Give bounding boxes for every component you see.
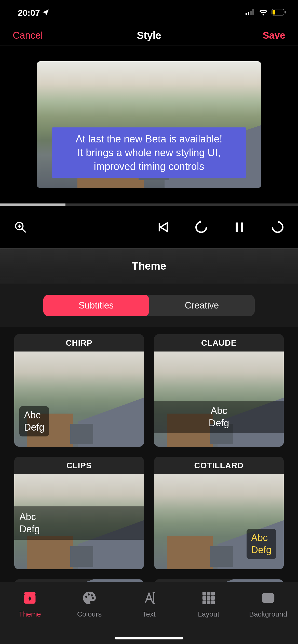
svg-rect-13 — [236, 223, 238, 232]
theme-sample-text: AbcDefg — [247, 529, 276, 559]
section-title: Theme — [0, 248, 298, 284]
playback-controls — [0, 206, 298, 248]
svg-marker-12 — [160, 223, 167, 231]
background-icon — [260, 589, 277, 607]
theme-thumbnail: AbcDefg — [14, 352, 144, 447]
svg-rect-3 — [252, 9, 254, 15]
page-title: Style — [137, 30, 161, 41]
theme-card-default[interactable]: DEFAULT — [14, 579, 144, 582]
tab-label: Theme — [19, 610, 41, 618]
svg-rect-24 — [202, 592, 206, 596]
timeline-scrubber[interactable] — [0, 203, 298, 206]
subtitle-line-2: It brings a whole new styling UI, — [60, 146, 238, 159]
svg-rect-0 — [246, 13, 247, 15]
svg-rect-6 — [273, 10, 275, 14]
grid-icon — [200, 589, 217, 607]
battery-icon — [272, 9, 286, 17]
theme-card-title: CLAUDE — [154, 334, 284, 352]
theme-mode-segmented: Subtitles Creative — [43, 295, 255, 316]
theme-list[interactable]: CHIRP AbcDefg CLAUDE AbcDefg CLIPS AbcDe… — [0, 327, 298, 582]
segment-creative[interactable]: Creative — [149, 295, 255, 316]
wifi-icon — [259, 9, 268, 17]
scrubber-progress — [0, 203, 65, 206]
theme-card-clips[interactable]: CLIPS AbcDefg — [14, 457, 144, 569]
svg-point-20 — [92, 597, 94, 599]
tab-label: Text — [142, 610, 155, 618]
subtitle-line-1: At last the new Beta is available! — [60, 132, 238, 146]
tab-label: Background — [249, 610, 287, 618]
svg-rect-31 — [207, 601, 211, 604]
theme-thumbnail: AbcDefg — [154, 474, 284, 569]
theme-card-cotillard[interactable]: COTILLARD AbcDefg — [154, 457, 284, 569]
loop-button[interactable] — [270, 219, 285, 235]
status-time: 20:07 — [18, 8, 49, 18]
svg-rect-32 — [211, 601, 215, 604]
svg-point-18 — [88, 593, 90, 596]
theme-card-title: CHIRP — [14, 334, 144, 352]
svg-rect-30 — [202, 601, 206, 604]
svg-rect-25 — [207, 592, 211, 596]
segment-subtitles[interactable]: Subtitles — [43, 295, 149, 316]
location-arrow-icon — [43, 8, 49, 18]
svg-point-17 — [85, 596, 87, 598]
svg-rect-33 — [262, 593, 274, 603]
zoom-in-button[interactable] — [13, 219, 28, 235]
svg-line-8 — [22, 229, 26, 232]
cancel-button[interactable]: Cancel — [13, 30, 43, 41]
theme-card-claude[interactable]: CLAUDE AbcDefg — [154, 334, 284, 447]
skip-to-start-button[interactable] — [155, 219, 171, 235]
svg-rect-1 — [248, 12, 249, 15]
theme-icon — [21, 589, 38, 607]
theme-sample-text: AbcDefg — [19, 406, 49, 436]
svg-rect-28 — [207, 596, 211, 600]
home-indicator[interactable] — [115, 637, 183, 639]
tab-text[interactable]: Text — [119, 582, 179, 644]
theme-thumbnail: AbcDefg — [154, 352, 284, 447]
svg-rect-14 — [241, 223, 243, 232]
theme-card-title: COTILLARD — [154, 457, 284, 474]
svg-rect-2 — [250, 11, 252, 15]
palette-icon — [81, 589, 98, 607]
text-cursor-icon — [140, 589, 158, 607]
tab-label: Layout — [198, 610, 219, 618]
nav-bar: Cancel Style Save — [0, 25, 298, 46]
theme-sample-text: AbcDefg — [14, 506, 144, 540]
svg-rect-27 — [202, 596, 206, 600]
cellular-icon — [246, 9, 255, 16]
clock-text: 20:07 — [18, 8, 40, 18]
replay-button[interactable] — [194, 219, 209, 235]
theme-card-huppert[interactable]: HUPPERT — [154, 579, 284, 582]
theme-card-title: CLIPS — [14, 457, 144, 474]
svg-rect-5 — [285, 11, 286, 13]
pause-button[interactable] — [232, 219, 247, 235]
tab-colours[interactable]: Colours — [60, 582, 119, 644]
svg-rect-26 — [211, 592, 215, 596]
tab-layout[interactable]: Layout — [179, 582, 238, 644]
status-bar: 20:07 — [0, 0, 298, 25]
svg-rect-16 — [24, 592, 36, 595]
subtitle-line-3: improved timing controls — [60, 159, 238, 173]
theme-sample-text: AbcDefg — [154, 401, 284, 433]
tab-label: Colours — [77, 610, 102, 618]
theme-card-chirp[interactable]: CHIRP AbcDefg — [14, 334, 144, 447]
save-button[interactable]: Save — [263, 30, 285, 41]
video-frame: At last the new Beta is available! It br… — [37, 61, 261, 188]
svg-point-19 — [91, 594, 93, 597]
tab-theme[interactable]: Theme — [0, 582, 60, 644]
video-preview[interactable]: At last the new Beta is available! It br… — [0, 46, 298, 203]
subtitle-overlay: At last the new Beta is available! It br… — [52, 127, 246, 178]
tab-bar: Theme Colours Text Layout Background — [0, 582, 298, 644]
svg-rect-29 — [211, 596, 215, 600]
segment-container: Subtitles Creative — [0, 284, 298, 327]
theme-thumbnail: AbcDefg — [14, 474, 144, 569]
status-right — [246, 9, 286, 17]
tab-background[interactable]: Background — [238, 582, 298, 644]
